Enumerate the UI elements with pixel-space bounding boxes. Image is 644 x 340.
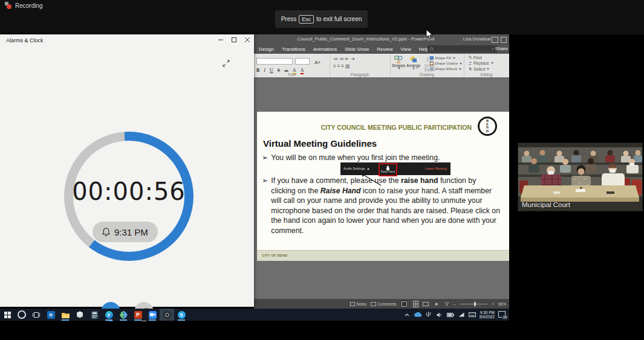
reading-view-button[interactable] <box>423 300 429 307</box>
powerpoint-icon: P <box>134 311 142 319</box>
start-button[interactable] <box>0 309 15 321</box>
taskbar-icon-powerpoint[interactable]: P <box>131 309 145 321</box>
ppt-restore-icon[interactable] <box>501 37 507 43</box>
cortana-search-button[interactable] <box>15 309 29 321</box>
ppt-ribbon: A˄ B I U S ab A A Font ≔≕⇤⇥ ≡≡≡▥ Paragra… <box>254 54 509 77</box>
bullets-icon[interactable]: ≔ <box>333 56 339 62</box>
slide-footer-band: CITY OF BEND <box>257 250 509 261</box>
tell-me-search-input[interactable] <box>428 45 498 53</box>
globe-icon <box>120 311 128 319</box>
tray-chevron-up-icon[interactable] <box>403 311 411 318</box>
zoom-level[interactable]: 66% <box>498 302 506 306</box>
replace-button[interactable]: Replace <box>469 61 493 66</box>
find-button[interactable]: Find <box>469 55 493 60</box>
align-right-icon[interactable]: ≡ <box>341 63 345 69</box>
task-view-icon <box>33 312 40 318</box>
select-icon <box>469 67 472 71</box>
onedrive-cloud-icon[interactable] <box>414 311 421 318</box>
recording-icon[interactable] <box>5 2 11 9</box>
arrange-icon <box>409 56 418 63</box>
normal-view-button[interactable] <box>401 300 408 307</box>
timer-alarm-time: 9:31 PM <box>114 227 148 237</box>
tab-review[interactable]: Review <box>377 47 392 52</box>
tray-time: 9:30 PM <box>480 310 495 315</box>
comments-icon <box>371 302 376 306</box>
zoom-out-button[interactable]: – <box>454 302 456 306</box>
shape-outline-button[interactable]: Shape Outline <box>430 61 462 66</box>
network-icon[interactable] <box>458 311 465 318</box>
zoom-toolbar-image: Audio Settings Raise Hand Leave Meeting <box>340 162 450 175</box>
windows-logo-icon <box>4 312 11 318</box>
indent-icon[interactable]: ⇤⇥ <box>345 56 356 62</box>
comments-button[interactable]: Comments <box>371 302 396 306</box>
cortana-icon <box>18 310 26 319</box>
taskbar-icon-outlook[interactable]: o <box>44 309 58 321</box>
tab-slide-show[interactable]: Slide Show <box>345 47 369 52</box>
tray-clock[interactable]: 9:30 PM 5/4/2022 <box>480 310 495 319</box>
battery-icon[interactable] <box>447 311 454 318</box>
esc-fullscreen-hint: Press Esc to exit full screen <box>275 10 368 28</box>
share-label: Share <box>495 46 508 51</box>
task-view-button[interactable] <box>29 309 44 321</box>
tab-design[interactable]: Design <box>259 47 274 52</box>
columns-icon[interactable]: ▥ <box>345 63 351 69</box>
ppt-filename: Council_Public_Comment_Zoom_Instructions… <box>296 36 435 42</box>
align-left-icon[interactable]: ≡ <box>333 63 337 69</box>
replace-icon <box>469 62 472 65</box>
notes-icon <box>350 302 355 306</box>
close-icon[interactable] <box>241 34 254 45</box>
windows-taskbar: o e P <box>0 309 509 321</box>
usb-icon[interactable] <box>425 311 432 318</box>
taskbar-icon-skype[interactable]: S <box>174 309 189 321</box>
numbering-icon[interactable]: ≕ <box>339 56 345 62</box>
taskbar-icon-edge[interactable]: e <box>102 309 116 321</box>
minimize-icon[interactable] <box>214 34 227 45</box>
grow-font-icon[interactable]: A˄ <box>314 60 320 65</box>
slideshow-view-button[interactable] <box>434 300 440 307</box>
zoom-slider[interactable] <box>460 304 487 304</box>
slide-bullet-2-text: If you have a comment, please use the ra… <box>271 176 503 236</box>
municipal-court-video-tile[interactable]: Municipal Court <box>518 143 643 211</box>
shape-fill-button[interactable]: Shape Fill <box>430 56 462 60</box>
collapse-timer-icon[interactable] <box>223 60 230 67</box>
shapes-button[interactable]: Shapes <box>392 56 405 72</box>
clock-title-bar[interactable]: Alarms & Clock <box>0 34 254 47</box>
zoom-in-button[interactable]: + <box>492 302 494 306</box>
arrange-button[interactable]: Arrange <box>406 56 420 72</box>
ppt-title-bar[interactable]: Council_Public_Comment_Zoom_Instructions… <box>254 34 509 44</box>
zoom-slider-thumb[interactable] <box>474 302 476 306</box>
shape-effects-button[interactable]: Shape Effects <box>430 66 462 71</box>
taskbar-icon-browser-globe[interactable] <box>116 309 131 321</box>
action-center-button[interactable]: 23 <box>498 311 507 318</box>
slide-sorter-view-button[interactable] <box>412 300 418 307</box>
share-button[interactable]: Share <box>492 46 508 51</box>
fit-slide-icon[interactable] <box>444 302 449 306</box>
maximize-icon[interactable] <box>227 34 241 45</box>
slide-footer-text: CITY OF BEND <box>262 254 287 257</box>
taskbar-icon-file-explorer[interactable] <box>58 309 73 321</box>
ppt-status-bar: Notes Comments – + 66% <box>254 299 509 309</box>
ppt-user-name: Lisa Donahue <box>463 36 491 42</box>
tab-view[interactable]: View <box>401 47 411 52</box>
timer-alarm-chip[interactable]: 9:31 PM <box>93 222 158 242</box>
tab-transitions[interactable]: Transitions <box>282 47 305 52</box>
slideshow-icon <box>435 302 439 306</box>
taskbar-icon-3d-app[interactable] <box>73 309 87 321</box>
ribbon-display-options-icon[interactable] <box>492 37 498 43</box>
taskbar-icon-calculator[interactable] <box>87 309 102 321</box>
speaker-icon[interactable] <box>436 311 443 318</box>
select-button[interactable]: Select <box>469 66 493 71</box>
video-tile-label: Municipal Court <box>522 201 570 208</box>
tab-animations[interactable]: Animations <box>313 47 337 52</box>
ribbon-group-editing: Find Replace Select Editing <box>464 54 509 77</box>
recording-indicator[interactable]: Recording <box>5 2 43 9</box>
ribbon-group-font: A˄ B I U S ab A A Font <box>254 54 330 77</box>
notes-button[interactable]: Notes <box>350 302 366 306</box>
tray-date: 5/4/2022 <box>480 315 495 319</box>
edge-icon: e <box>105 311 113 319</box>
slide-bullet-1: ➢ You will be on mute when you first joi… <box>262 153 504 163</box>
taskbar-icon-active-app[interactable] <box>160 309 174 321</box>
active-app-icon <box>163 311 171 319</box>
touch-keyboard-icon[interactable] <box>469 311 476 318</box>
taskbar-icon-zoom[interactable] <box>145 309 160 321</box>
